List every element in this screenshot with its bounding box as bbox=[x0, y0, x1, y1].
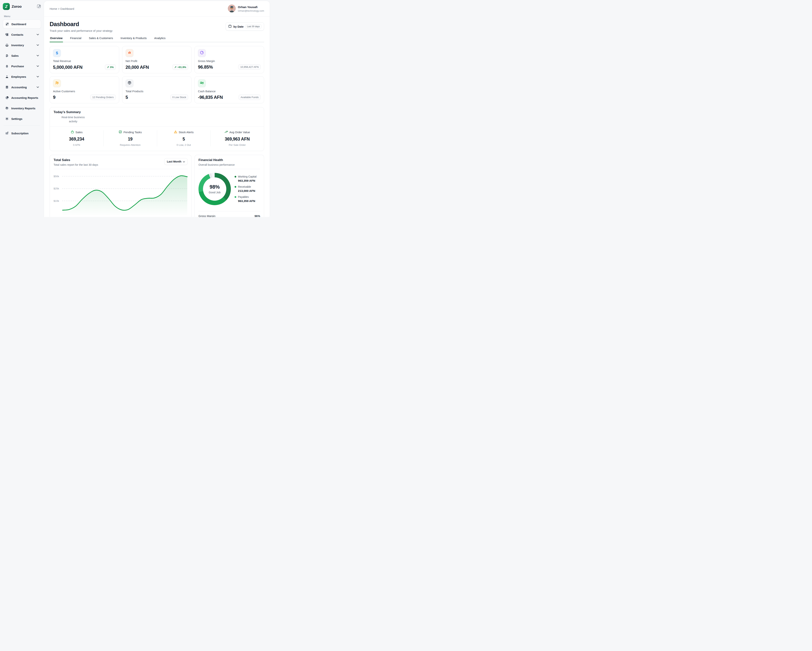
legend-dot bbox=[235, 176, 236, 178]
y-axis-tick: $10k bbox=[53, 199, 59, 202]
stat-card-gross-margin: Gross Margin 96.85% 10,956,427 AFN bbox=[195, 46, 264, 73]
summary-title: Today’s Summary bbox=[53, 110, 260, 114]
stat-label: Gross Margin bbox=[198, 59, 261, 63]
y-axis-tick: $25k bbox=[53, 187, 59, 190]
main-panel: Home > Dashboard Orhan Yousafi Orhan@tec… bbox=[44, 1, 270, 217]
price-tag-icon: $ bbox=[5, 54, 9, 58]
metric-value: 19 bbox=[104, 137, 157, 142]
tab-overview[interactable]: Overview bbox=[50, 37, 63, 42]
chevron-down-icon bbox=[37, 66, 39, 67]
trend-badge: ↗0% bbox=[105, 64, 116, 70]
by-date-label: by Date bbox=[234, 25, 244, 28]
sidebar-item-label: Sales bbox=[11, 54, 18, 57]
metric-sub: Requires Attention bbox=[104, 143, 157, 146]
tab-analytics[interactable]: Analytics bbox=[154, 37, 166, 42]
financial-health-subtitle: Overall business performance bbox=[198, 163, 235, 166]
sidebar-item-subscription[interactable]: Subscription bbox=[3, 129, 41, 138]
box-icon bbox=[5, 106, 9, 110]
stat-label: Total Products bbox=[125, 90, 188, 93]
stat-label: Active Customers bbox=[53, 90, 116, 93]
bar-chart-icon bbox=[127, 50, 131, 55]
sidebar-item-label: Employees bbox=[11, 75, 26, 78]
app-window: Z Zoroo Menu Dashboard bbox=[0, 0, 271, 217]
stat-label: Total Revenue bbox=[53, 59, 116, 63]
stat-value: 96.85% bbox=[198, 64, 213, 70]
stat-value: 9 bbox=[53, 95, 55, 100]
metric-stock-alerts: Stock Alerts 5 0 Low, 2 Out bbox=[157, 130, 211, 146]
todays-summary-card: Today’s Summary Real-time business activ… bbox=[50, 107, 264, 151]
stat-value: -96,835 AFN bbox=[198, 95, 223, 100]
legend-working-capital: Working Capital 963,359 AFN bbox=[235, 175, 256, 183]
customers-icon bbox=[55, 81, 59, 86]
metric-value: 369,963 AFN bbox=[211, 137, 264, 142]
sidebar-item-accounting-reports[interactable]: Accounting Reports bbox=[3, 93, 41, 102]
sidebar-item-employees[interactable]: Employees bbox=[3, 72, 41, 81]
stat-cards: $ Total Revenue 5,000,000 AFN ↗0% Net Pr… bbox=[50, 46, 264, 103]
user-menu[interactable]: Orhan Yousafi Orhan@technology.com bbox=[228, 5, 264, 13]
person-icon bbox=[5, 75, 9, 79]
stat-card-total-products: Total Products 5 0 Low Stock bbox=[122, 76, 192, 103]
legend-receivable: Receivable 213,000 AFN bbox=[235, 185, 256, 192]
breadcrumb[interactable]: Home > Dashboard bbox=[50, 7, 74, 10]
health-score-donut: 98% Good Job bbox=[198, 173, 231, 205]
collapse-sidebar-button[interactable] bbox=[37, 4, 41, 9]
stat-card-cash-balance: Cash Balance -96,835 AFN Available Funds bbox=[195, 76, 264, 103]
sidebar-item-inventory-reports[interactable]: Inventory Reports bbox=[3, 104, 41, 113]
sidebar-item-label: Inventory Reports bbox=[11, 107, 35, 110]
sidebar-item-label: Accounting bbox=[11, 86, 27, 89]
trending-up-icon bbox=[224, 130, 228, 134]
sidebar-item-purchase[interactable]: Purchase bbox=[3, 62, 41, 71]
sidebar-item-dashboard[interactable]: Dashboard bbox=[3, 20, 41, 29]
sidebar-item-accounting[interactable]: Accounting bbox=[3, 83, 41, 92]
calendar-icon bbox=[228, 24, 232, 29]
total-sales-subtitle: Total sales report for the last 30 days bbox=[53, 163, 98, 166]
summary-subtitle: Real-time business activity bbox=[58, 115, 88, 123]
page-title: Dashboard bbox=[50, 21, 113, 27]
tab-financial[interactable]: Financial bbox=[70, 37, 82, 42]
legend-value: 963,359 AFN bbox=[238, 179, 256, 183]
chevron-down-icon bbox=[183, 160, 185, 163]
layers-icon bbox=[5, 43, 9, 47]
by-date-button[interactable]: by Date Last 30 days bbox=[226, 22, 264, 30]
legend-value: 213,000 AFN bbox=[238, 189, 256, 192]
info-badge: 0 Low Stock bbox=[170, 95, 188, 100]
legend-payables: Payables 963,359 AFN bbox=[235, 195, 256, 203]
total-sales-card: Total Sales Total sales report for the l… bbox=[50, 155, 192, 217]
trend-up-icon: ↗ bbox=[174, 66, 177, 69]
health-legend: Working Capital 963,359 AFN Receivable 2… bbox=[235, 175, 256, 203]
metric-sales: Sales 369,234 0 AFN bbox=[50, 130, 103, 146]
metric-sub: 0 AFN bbox=[50, 143, 103, 146]
chart-range-dropdown[interactable]: Last Month bbox=[164, 158, 188, 165]
total-sales-title: Total Sales bbox=[53, 158, 98, 162]
sidebar-item-settings[interactable]: Settings bbox=[3, 114, 41, 123]
metric-sub: 0 Low, 2 Out bbox=[157, 143, 211, 146]
contacts-icon bbox=[5, 33, 9, 37]
metric-avg-order-value: Avg Order Value 369,963 AFN Per Sale Ord… bbox=[210, 130, 264, 146]
shopping-bag-icon bbox=[71, 130, 74, 134]
tab-inventory-products[interactable]: Inventory & Products bbox=[120, 37, 147, 42]
legend-value: 963,359 AFN bbox=[238, 199, 256, 203]
avatar bbox=[228, 5, 236, 13]
financial-health-title: Financial Health bbox=[198, 158, 235, 162]
page-subtitle: Track your sales and performance of your… bbox=[50, 29, 113, 32]
package-box-icon bbox=[127, 81, 131, 86]
health-score-caption: Good Job bbox=[209, 191, 221, 194]
gross-margin-row: Gross Margin 96% bbox=[198, 214, 260, 217]
stat-value: 20,000 AFN bbox=[125, 65, 149, 70]
trend-up-icon: ↗ bbox=[107, 66, 109, 69]
trend-badge: ↗+91.9% bbox=[172, 64, 188, 70]
chevron-down-icon bbox=[37, 76, 39, 78]
dashboard-content: Dashboard Track your sales and performan… bbox=[44, 17, 270, 217]
metric-value: 5 bbox=[157, 137, 211, 142]
tab-sales-customers[interactable]: Sales & Customers bbox=[89, 37, 113, 42]
user-name: Orhan Yousafi bbox=[238, 5, 264, 9]
dashboard-icon bbox=[5, 22, 9, 26]
sidebar-item-contacts[interactable]: Contacts bbox=[3, 30, 41, 39]
check-square-icon bbox=[119, 130, 122, 134]
sidebar-item-sales[interactable]: $ Sales bbox=[3, 51, 41, 60]
date-range-badge: Last 30 days bbox=[245, 24, 261, 29]
y-axis-tick: $50k bbox=[53, 175, 59, 178]
app-name: Zoroo bbox=[12, 5, 21, 9]
sidebar-item-inventory[interactable]: Inventory bbox=[3, 41, 41, 50]
collapse-sidebar-icon bbox=[37, 4, 41, 9]
